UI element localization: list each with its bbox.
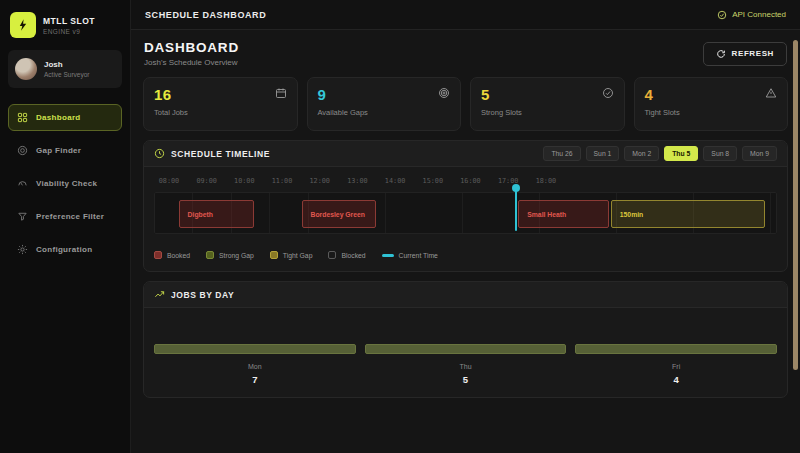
job-column-fri: Fri 4 xyxy=(575,344,777,385)
timeline-title: SCHEDULE TIMELINE xyxy=(171,149,270,159)
day-tabs: Thu 26 Sun 1 Mon 2 Thu 5 Sun 8 Mon 9 xyxy=(543,146,777,161)
sidebar-item-gap-finder[interactable]: Gap Finder xyxy=(8,137,122,164)
jobs-by-day-panel: JOBS BY DAY Mon 7 Thu 5 xyxy=(143,281,788,398)
day-tab-mon-2[interactable]: Mon 2 xyxy=(624,146,659,161)
stats-row: 16 Total Jobs 9 Available Gaps 5 Strong … xyxy=(143,77,788,131)
api-status-badge: API Connected xyxy=(717,10,786,20)
stat-label: Strong Slots xyxy=(481,108,614,117)
topbar-title: SCHEDULE DASHBOARD xyxy=(145,10,266,20)
avatar xyxy=(15,58,37,80)
sidebar: MTLL SLOT ENGINE v9 Josh Active Surveyor… xyxy=(0,0,131,453)
sidebar-item-label: Gap Finder xyxy=(36,146,81,155)
brand-subtitle: ENGINE v9 xyxy=(43,28,95,35)
sidebar-item-label: Configuration xyxy=(36,245,92,254)
refresh-button[interactable]: REFRESH xyxy=(703,42,787,66)
sidebar-item-viability-check[interactable]: Viability Check xyxy=(8,170,122,197)
brand-name: MTLL SLOT xyxy=(43,16,95,26)
stat-label: Tight Slots xyxy=(645,108,778,117)
hour-label: 18:00 xyxy=(536,177,556,185)
job-column-thu: Thu 5 xyxy=(365,344,567,385)
timeline-event-bordesley-green[interactable]: Bordesley Green xyxy=(302,200,377,228)
job-count: 5 xyxy=(365,374,567,385)
main-area: SCHEDULE DASHBOARD API Connected DASHBOA… xyxy=(131,0,800,453)
job-bar[interactable] xyxy=(575,344,777,354)
stat-value: 9 xyxy=(318,86,451,103)
stat-value: 4 xyxy=(645,86,778,103)
gauge-icon xyxy=(17,178,28,189)
sidebar-item-dashboard[interactable]: Dashboard xyxy=(8,104,122,131)
check-circle-icon xyxy=(717,10,727,20)
hour-label: 16:00 xyxy=(460,177,480,185)
topbar: SCHEDULE DASHBOARD API Connected xyxy=(131,0,800,30)
sidebar-item-preference-filter[interactable]: Preference Filter xyxy=(8,203,122,230)
timeline-event-small-heath[interactable]: Small Heath xyxy=(518,200,609,228)
warning-icon xyxy=(765,87,777,99)
time-axis: 08:00 09:00 10:00 11:00 12:00 13:00 14:0… xyxy=(154,177,777,192)
stat-value: 16 xyxy=(154,86,287,103)
legend-item-current-time: Current Time xyxy=(382,252,438,259)
filter-icon xyxy=(17,211,28,222)
refresh-icon xyxy=(716,49,726,59)
day-tab-sun-1[interactable]: Sun 1 xyxy=(586,146,620,161)
clock-icon xyxy=(154,148,165,159)
job-day-label: Fri xyxy=(575,363,777,370)
day-tab-mon-9[interactable]: Mon 9 xyxy=(742,146,777,161)
hour-label: 11:00 xyxy=(272,177,292,185)
timeline-panel-header: SCHEDULE TIMELINE Thu 26 Sun 1 Mon 2 Thu… xyxy=(144,141,787,167)
job-bar[interactable] xyxy=(365,344,567,354)
sidebar-item-label: Dashboard xyxy=(36,113,81,122)
gear-icon xyxy=(17,244,28,255)
stat-label: Available Gaps xyxy=(318,108,451,117)
page-subtitle: Josh's Schedule Overview xyxy=(144,58,239,67)
legend-item-blocked: Blocked xyxy=(328,251,365,259)
current-time-swatch-icon xyxy=(382,254,394,257)
bolt-icon xyxy=(10,12,36,38)
hour-label: 10:00 xyxy=(234,177,254,185)
hour-label: 15:00 xyxy=(423,177,443,185)
booked-swatch-icon xyxy=(154,251,162,259)
sidebar-item-configuration[interactable]: Configuration xyxy=(8,236,122,263)
job-count: 7 xyxy=(154,374,356,385)
stat-card-strong-slots: 5 Strong Slots xyxy=(470,77,625,131)
refresh-label: REFRESH xyxy=(732,49,774,58)
legend-item-strong-gap: Strong Gap xyxy=(206,251,254,259)
hour-label: 09:00 xyxy=(196,177,216,185)
brand: MTLL SLOT ENGINE v9 xyxy=(8,10,122,50)
job-day-label: Thu xyxy=(365,363,567,370)
user-card[interactable]: Josh Active Surveyor xyxy=(8,50,122,88)
bullseye-icon xyxy=(438,87,450,99)
target-icon xyxy=(17,145,28,156)
day-tab-thu-26[interactable]: Thu 26 xyxy=(543,146,580,161)
job-day-label: Mon xyxy=(154,363,356,370)
timeline-event-gap-150min[interactable]: 150min xyxy=(611,200,766,228)
jobs-chart: Mon 7 Thu 5 Fri 4 xyxy=(144,308,787,397)
page-title: DASHBOARD xyxy=(144,40,239,55)
hour-label: 13:00 xyxy=(347,177,367,185)
user-role: Active Surveyor xyxy=(44,71,90,78)
timeline-event-digbeth[interactable]: Digbeth xyxy=(179,200,254,228)
day-tab-thu-5[interactable]: Thu 5 xyxy=(664,146,698,161)
timeline-legend: Booked Strong Gap Tight Gap Blocked xyxy=(154,251,777,259)
job-bar[interactable] xyxy=(154,344,356,354)
jobs-title: JOBS BY DAY xyxy=(171,290,234,300)
legend-item-booked: Booked xyxy=(154,251,190,259)
app-window: MTLL SLOT ENGINE v9 Josh Active Surveyor… xyxy=(0,0,800,453)
strong-gap-swatch-icon xyxy=(206,251,214,259)
job-column-mon: Mon 7 xyxy=(154,344,356,385)
day-tab-sun-8[interactable]: Sun 8 xyxy=(703,146,737,161)
page-head: DASHBOARD Josh's Schedule Overview REFRE… xyxy=(144,40,787,67)
current-time-marker xyxy=(515,187,517,231)
check-circle-icon xyxy=(602,87,614,99)
timeline-track: Digbeth Bordesley Green Small Heath 150m… xyxy=(154,192,777,234)
scrollbar-thumb[interactable] xyxy=(793,40,798,370)
blocked-swatch-icon xyxy=(328,251,336,259)
hour-label: 14:00 xyxy=(385,177,405,185)
api-status-label: API Connected xyxy=(732,10,786,19)
stat-card-available-gaps: 9 Available Gaps xyxy=(307,77,462,131)
sidebar-item-label: Preference Filter xyxy=(36,212,104,221)
timeline-body: 08:00 09:00 10:00 11:00 12:00 13:00 14:0… xyxy=(144,167,787,271)
calendar-icon xyxy=(275,87,287,99)
stat-card-total-jobs: 16 Total Jobs xyxy=(143,77,298,131)
grid-icon xyxy=(17,112,28,123)
hour-label: 08:00 xyxy=(159,177,179,185)
